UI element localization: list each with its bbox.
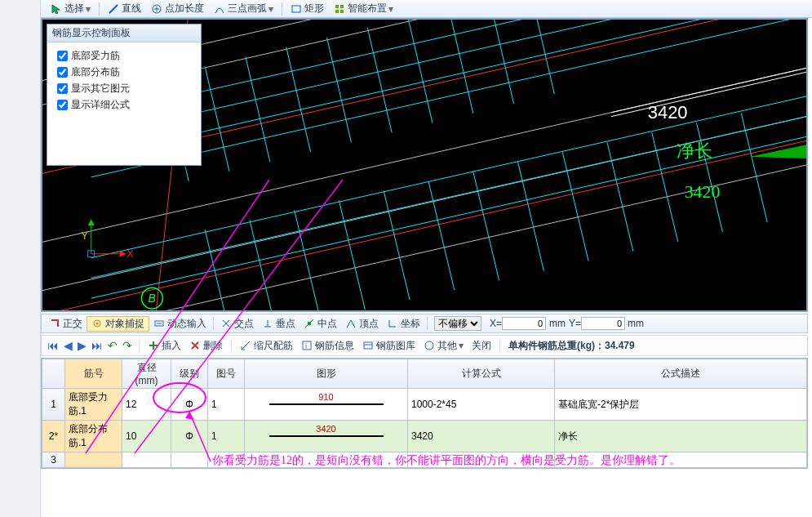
svg-rect-5	[335, 10, 339, 13]
cell-desc[interactable]: 基础底宽-2*保护层	[555, 389, 807, 421]
table-corner	[42, 359, 65, 389]
btn-insert[interactable]: 插入	[144, 339, 185, 353]
th-desc[interactable]: 公式描述	[555, 359, 807, 389]
chk-bottom-main[interactable]: 底部受力筋	[54, 48, 194, 64]
svg-rect-6	[340, 10, 344, 13]
btn-library[interactable]: 钢筋图库	[358, 339, 419, 353]
tool-rect-label: 矩形	[304, 2, 324, 16]
tool-addlen[interactable]: 点加长度	[146, 2, 209, 16]
panel-title: 钢筋显示控制面板	[47, 25, 201, 42]
cell-shapeNo[interactable]: 1	[208, 421, 245, 452]
cell-shapeNo[interactable]: 1	[208, 389, 245, 421]
snap-midpoint[interactable]: 中点	[300, 317, 341, 331]
snap-intersection[interactable]: 交点	[216, 317, 258, 331]
dropdown-icon: ▾	[86, 3, 91, 15]
tool-select[interactable]: 选择 ▾	[46, 2, 95, 16]
chk-show-other[interactable]: 显示其它图元	[54, 81, 194, 96]
nav-first[interactable]: ⏮	[45, 339, 61, 352]
cell-grade[interactable]: Φ	[171, 389, 208, 421]
th-shape[interactable]: 图形	[245, 359, 408, 389]
cell-formula[interactable]: 1000-2*45	[408, 389, 555, 421]
svg-line-25	[246, 56, 270, 162]
snap-ordinate[interactable]: 坐标	[383, 317, 424, 331]
tool-line-label: 直线	[122, 2, 141, 16]
scale-icon	[240, 340, 251, 351]
cell-desc[interactable]: 净长	[555, 421, 807, 452]
svg-line-26	[286, 47, 311, 153]
rebar-display-panel[interactable]: 钢筋显示控制面板 底部受力筋 底部分布筋 显示其它图元 显示详细公式	[47, 24, 202, 166]
x-icon	[220, 318, 232, 329]
th-grade[interactable]: 级别	[171, 359, 208, 389]
th-formula[interactable]: 计算公式	[408, 359, 555, 389]
btn-other[interactable]: 其他▾	[419, 339, 468, 353]
dropdown-icon: ▾	[268, 3, 273, 15]
dim-3420-top: 3420	[648, 102, 688, 123]
table-row[interactable]: 2* 底部分布筋.1 10 Φ 1 3420 3420 净长	[42, 421, 807, 452]
rect-icon	[291, 3, 302, 15]
snap-perp[interactable]: 垂点	[258, 317, 300, 331]
cell-shape[interactable]: 3420	[245, 421, 408, 452]
svg-point-64	[425, 341, 433, 350]
cell-grade[interactable]: Φ	[171, 421, 208, 452]
nav-next[interactable]: ▶	[75, 339, 89, 352]
chk-show-formula[interactable]: 显示详细公式	[54, 97, 194, 113]
svg-rect-61	[303, 341, 311, 350]
cell-formula[interactable]: 3420	[408, 421, 555, 452]
toggle-ortho[interactable]: 正交	[45, 317, 87, 331]
offset-dropdown[interactable]: 不偏移	[434, 316, 481, 331]
toggle-osnap[interactable]: 对象捕捉	[87, 316, 149, 332]
tool-select-label: 选择	[64, 2, 84, 16]
net-length-value: 3420	[685, 182, 721, 202]
snap-apex[interactable]: 顶点	[341, 317, 383, 331]
cell-dia[interactable]: 10	[122, 421, 171, 452]
ortho-icon	[49, 318, 60, 329]
other-icon	[424, 340, 435, 351]
plus-icon	[151, 3, 162, 15]
svg-marker-51	[88, 219, 95, 225]
left-gutter	[0, 0, 41, 517]
insert-icon	[148, 340, 159, 351]
btn-close[interactable]: 关闭	[468, 339, 495, 353]
cell-shape[interactable]: 910	[245, 389, 408, 421]
axis-mark-b: B	[148, 292, 155, 305]
dropdown-icon: ▾	[388, 3, 393, 15]
cell-dia[interactable]: 12	[122, 389, 171, 421]
rebar-table: 筋号 直径(mm) 级别 图号 图形 计算公式 公式描述 1 底部受力筋.1 1…	[41, 358, 808, 469]
svg-line-14	[42, 140, 806, 310]
svg-line-47	[611, 68, 806, 112]
svg-line-31	[490, 20, 514, 104]
nav-back[interactable]: ↶	[105, 339, 120, 352]
nav-fwd[interactable]: ↷	[120, 339, 135, 352]
cad-viewport[interactable]: 3420 净长 3420 B Y X 钢筋显示控制面板 底部受力筋 底部分布筋 …	[41, 18, 808, 312]
chk-bottom-dist[interactable]: 底部分布筋	[54, 65, 194, 80]
tool-line[interactable]: 直线	[103, 2, 146, 16]
tool-smart-label: 智能布置	[348, 2, 387, 16]
top-toolbar: 选择 ▾ 直线 点加长度 三点画弧 ▾ 矩形 智能布置 ▾	[41, 0, 812, 18]
svg-rect-3	[335, 5, 339, 8]
y-input[interactable]	[581, 317, 625, 330]
nav-last[interactable]: ⏭	[89, 339, 105, 352]
nav-prev[interactable]: ◀	[61, 339, 75, 352]
x-input[interactable]	[502, 317, 546, 330]
btn-info[interactable]: i 钢筋信息	[297, 339, 358, 353]
toggle-dyninput[interactable]: 动态输入	[149, 317, 211, 331]
btn-delete[interactable]: 删除	[185, 339, 227, 353]
cell-name[interactable]: 底部受力筋.1	[65, 389, 122, 421]
btn-scale[interactable]: 缩尺配筋	[236, 339, 297, 353]
tool-arc3[interactable]: 三点画弧 ▾	[209, 2, 278, 16]
th-shapeNo[interactable]: 图号	[208, 359, 245, 389]
table-row[interactable]: 1 底部受力筋.1 12 Φ 1 910 1000-2*45 基础底宽-2*保护…	[42, 389, 807, 421]
cell-name[interactable]: 底部分布筋.1	[65, 421, 122, 452]
th-dia[interactable]: 直径(mm)	[122, 359, 171, 389]
svg-line-40	[518, 162, 544, 270]
offset-select[interactable]: 不偏移	[430, 316, 486, 331]
svg-line-45	[741, 114, 767, 223]
svg-line-30	[449, 20, 473, 114]
tool-addlen-label: 点加长度	[165, 2, 204, 16]
dyn-icon	[153, 318, 165, 329]
tool-smart[interactable]: 智能布置 ▾	[329, 2, 398, 16]
tool-rect[interactable]: 矩形	[286, 2, 329, 16]
svg-line-28	[367, 28, 392, 133]
mid-icon	[304, 318, 315, 329]
th-name[interactable]: 筋号	[65, 359, 122, 389]
